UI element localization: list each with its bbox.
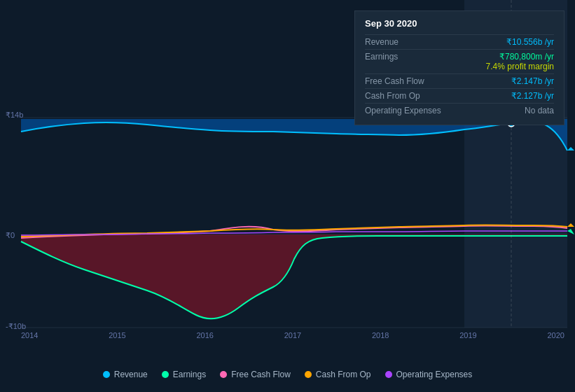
legend-label-earnings: Earnings xyxy=(173,370,206,379)
tooltip-row-earnings: Earnings ₹780,800m /yr 7.4% profit margi… xyxy=(365,49,554,74)
x-axis-labels: 2014 2015 2016 2017 2018 2019 2020 xyxy=(21,331,575,340)
legend-item-revenue[interactable]: Revenue xyxy=(103,370,148,379)
legend-dot-earnings xyxy=(162,371,169,378)
x-label-2020: 2020 xyxy=(548,331,564,340)
tooltip-value-fcf: ₹2.147b /yr xyxy=(511,76,554,86)
x-label-2014: 2014 xyxy=(21,331,38,340)
y-label-14b: ₹14b xyxy=(6,111,23,120)
tooltip-row-revenue: Revenue ₹10.556b /yr xyxy=(365,34,554,49)
tooltip-value-revenue: ₹10.556b /yr xyxy=(506,37,554,47)
tooltip-label-revenue: Revenue xyxy=(365,37,399,47)
legend-label-cashfromop: Cash From Op xyxy=(316,370,371,379)
legend-dot-fcf xyxy=(220,371,227,378)
y-label-0: ₹0 xyxy=(6,231,15,240)
tooltip-row-fcf: Free Cash Flow ₹2.147b /yr xyxy=(365,74,554,88)
legend-dot-revenue xyxy=(103,371,110,378)
tooltip-date: Sep 30 2020 xyxy=(365,18,554,29)
tooltip-value-cashfromop: ₹2.127b /yr xyxy=(511,91,554,101)
tooltip-label-earnings: Earnings xyxy=(365,52,398,62)
legend-item-earnings[interactable]: Earnings xyxy=(162,370,206,379)
x-label-2015: 2015 xyxy=(109,331,125,340)
legend-item-opex[interactable]: Operating Expenses xyxy=(385,370,473,379)
legend-label-opex: Operating Expenses xyxy=(396,370,473,379)
tooltip-label-opex: Operating Expenses xyxy=(365,106,441,115)
tooltip-row-opex: Operating Expenses No data xyxy=(365,103,554,118)
profit-margin-label: 7.4% profit margin xyxy=(486,62,554,71)
tooltip-card: Sep 30 2020 Revenue ₹10.556b /yr Earning… xyxy=(354,10,564,125)
x-label-2016: 2016 xyxy=(197,331,214,340)
legend-dot-cashfromop xyxy=(305,371,312,378)
legend-item-cashfromop[interactable]: Cash From Op xyxy=(305,370,371,379)
tooltip-value-opex: No data xyxy=(525,106,554,115)
x-label-2018: 2018 xyxy=(372,331,389,340)
x-label-2017: 2017 xyxy=(284,331,301,340)
tooltip-row-cashfromop: Cash From Op ₹2.127b /yr xyxy=(365,88,554,103)
legend-dot-opex xyxy=(385,371,392,378)
chart-legend: Revenue Earnings Free Cash Flow Cash Fro… xyxy=(0,370,575,379)
tooltip-label-fcf: Free Cash Flow xyxy=(365,76,424,86)
x-label-2019: 2019 xyxy=(459,331,476,340)
legend-item-fcf[interactable]: Free Cash Flow xyxy=(220,370,291,379)
tooltip-value-earnings: ₹780,800m /yr xyxy=(486,52,554,62)
legend-label-revenue: Revenue xyxy=(114,370,148,379)
legend-label-fcf: Free Cash Flow xyxy=(231,370,291,379)
tooltip-label-cashfromop: Cash From Op xyxy=(365,91,420,101)
y-label-minus10b: -₹10b xyxy=(6,322,26,331)
